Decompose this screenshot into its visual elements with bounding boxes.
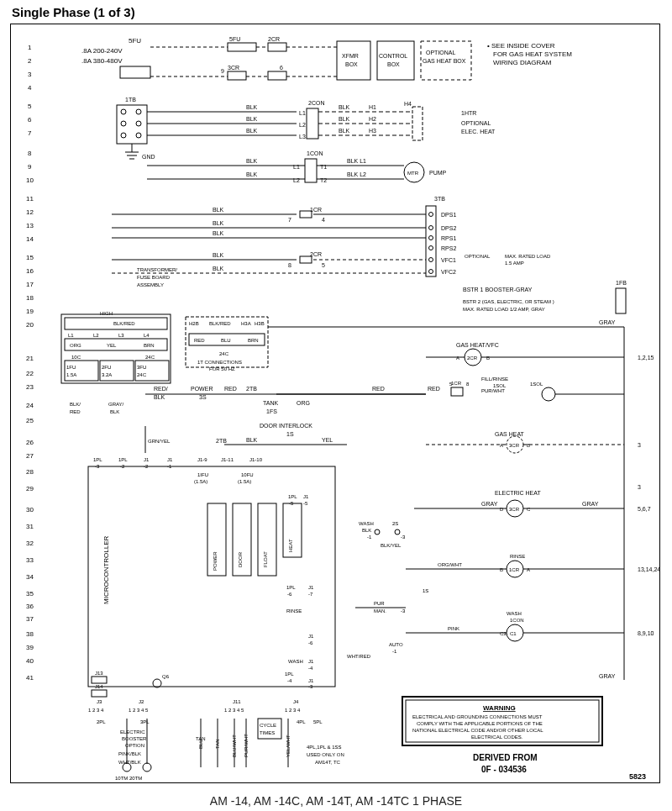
svg-point-149 [429, 213, 433, 217]
svg-text:9: 9 [221, 68, 224, 74]
svg-text:BLK: BLK [213, 207, 224, 213]
row-numbers-left: 1 2 3 4 5 6 7 8 9 10 11 12 13 14 15 16 1… [26, 44, 34, 682]
svg-text:T2: T2 [320, 177, 327, 183]
svg-text:BLK: BLK [213, 220, 224, 226]
svg-text:33: 33 [26, 556, 34, 564]
svg-text:BLK: BLK [246, 116, 258, 122]
svg-text:ASSEMBLY: ASSEMBLY [137, 282, 164, 287]
svg-text:GRAY: GRAY [582, 501, 599, 507]
svg-text:-3: -3 [401, 535, 406, 540]
svg-text:MTR: MTR [407, 171, 419, 176]
svg-text:L3: L3 [118, 333, 124, 338]
svg-text:C1: C1 [510, 631, 517, 636]
svg-text:3PL: 3PL [140, 719, 150, 724]
svg-text:3.2A: 3.2A [102, 372, 112, 377]
svg-text:3: 3 [28, 71, 32, 78]
svg-text:OPTIONAL: OPTIONAL [426, 50, 456, 55]
svg-text:1  2  3  4  5: 1 2 3 4 5 [224, 708, 244, 713]
svg-text:10TM 20TM: 10TM 20TM [115, 776, 142, 781]
svg-text:MAX. RATED LOAD 1/2 AMP, GRAY: MAX. RATED LOAD 1/2 AMP, GRAY [463, 307, 545, 312]
svg-text:J1: J1 [308, 585, 314, 590]
xfmr-assy: TRANSFORMER/ FUSE BOARD ASSEMBLY HIGH BL… [61, 267, 268, 383]
page-title: Single Phase (1 of 3) [12, 5, 135, 19]
svg-text:1PL: 1PL [93, 457, 102, 462]
svg-text:J1: J1 [303, 494, 309, 499]
svg-text:-2: -2 [144, 464, 149, 469]
svg-text:HIGH: HIGH [100, 311, 113, 316]
svg-text:3TB: 3TB [434, 196, 445, 202]
svg-text:PUR: PUR [374, 601, 385, 606]
svg-text:1FB: 1FB [616, 280, 627, 286]
svg-text:0F - 034536: 0F - 034536 [481, 765, 527, 774]
svg-text:FOR GAS HEAT SYSTEM: FOR GAS HEAT SYSTEM [493, 50, 572, 58]
svg-text:H2: H2 [369, 116, 376, 122]
svg-text:BLK  L2: BLK L2 [347, 171, 366, 177]
svg-text:-6: -6 [287, 592, 292, 597]
svg-text:RED: RED [194, 338, 205, 343]
svg-text:4PL,1PL & 1SS: 4PL,1PL & 1SS [307, 745, 341, 750]
svg-point-377 [143, 763, 151, 772]
svg-text:OPTIONAL: OPTIONAL [465, 254, 491, 259]
svg-text:5: 5 [322, 262, 325, 268]
svg-text:POWER: POWER [191, 386, 213, 392]
svg-text:24C: 24C [219, 351, 229, 356]
svg-text:BSTR 1 BOOSTER-GRAY: BSTR 1 BOOSTER-GRAY [463, 287, 533, 292]
svg-text:J14: J14 [95, 684, 103, 689]
svg-text:8,9,10: 8,9,10 [638, 630, 654, 636]
svg-point-337 [395, 529, 400, 535]
svg-text:1S: 1S [286, 431, 294, 437]
svg-text:14: 14 [26, 235, 34, 243]
svg-text:H3: H3 [369, 128, 376, 134]
svg-text:POWER: POWER [213, 551, 218, 571]
caption: AM -14, AM -14C, AM -14T, AM -14TC 1 PHA… [0, 794, 672, 808]
svg-text:3CR: 3CR [228, 65, 239, 71]
svg-text:18: 18 [26, 294, 34, 302]
svg-text:36: 36 [26, 603, 34, 610]
svg-text:CONTROL: CONTROL [379, 53, 407, 59]
svg-text:7: 7 [28, 129, 32, 137]
svg-text:TANK: TANK [263, 400, 278, 406]
svg-text:B: B [500, 567, 503, 572]
svg-text:YEL: YEL [107, 343, 117, 348]
svg-text:(1.5A): (1.5A) [238, 479, 251, 484]
svg-text:DOOR INTERLOCK: DOOR INTERLOCK [260, 423, 312, 429]
svg-text:L2: L2 [293, 177, 300, 183]
svg-text:BOX: BOX [387, 61, 400, 67]
svg-text:CYCLE: CYCLE [260, 723, 276, 728]
svg-text:ELECTRIC HEAT: ELECTRIC HEAT [495, 490, 541, 496]
svg-rect-364 [258, 719, 281, 739]
svg-text:1PL: 1PL [286, 585, 296, 590]
svg-text:29: 29 [26, 485, 34, 492]
svg-text:GND: GND [142, 154, 155, 160]
svg-rect-353 [92, 690, 107, 697]
svg-text:1FU: 1FU [66, 365, 76, 370]
svg-point-75 [136, 109, 141, 114]
svg-text:(1.5A): (1.5A) [194, 479, 207, 484]
svg-text:GAS HEAT: GAS HEAT [495, 431, 525, 437]
note-cover: • SEE INSIDE COVER FOR GAS HEAT SYSTEM W… [487, 42, 572, 66]
svg-rect-51 [268, 43, 286, 51]
warning-box: WARNING ELECTRICAL AND GROUNDING CONNECT… [402, 697, 602, 745]
svg-text:AM14T, TC: AM14T, TC [315, 760, 341, 765]
svg-text:ORG: ORG [70, 343, 81, 348]
svg-rect-192 [135, 361, 169, 381]
svg-text:40: 40 [26, 657, 34, 665]
svg-text:PUR/WHT: PUR/WHT [481, 388, 505, 393]
svg-text:HEAT: HEAT [288, 539, 293, 552]
svg-rect-60 [268, 71, 286, 80]
svg-text:ORG: ORG [297, 400, 310, 406]
svg-text:26: 26 [26, 439, 34, 446]
svg-text:YEL: YEL [322, 437, 333, 443]
svg-text:PUR/WHT: PUR/WHT [244, 734, 249, 757]
svg-text:L2: L2 [299, 122, 306, 128]
svg-text:C: C [527, 507, 531, 512]
svg-text:RINSE: RINSE [286, 608, 302, 614]
svg-text:1 2 3 4: 1 2 3 4 [285, 708, 301, 713]
svg-text:BLK: BLK [339, 104, 350, 110]
svg-rect-101 [412, 107, 423, 140]
svg-text:BLK/RED: BLK/RED [209, 321, 231, 326]
svg-text:VFC1: VFC1 [441, 257, 456, 263]
svg-text:AUTO: AUTO [389, 642, 403, 647]
svg-rect-189 [100, 361, 134, 381]
svg-text:9: 9 [28, 163, 32, 171]
